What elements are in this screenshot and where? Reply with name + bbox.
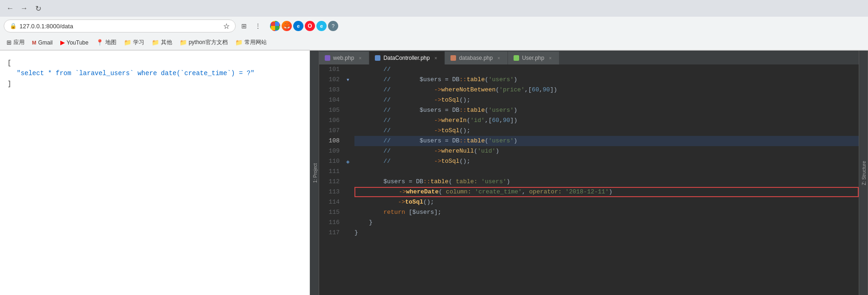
line-101: 101 — [321, 64, 340, 75]
line-103: 103 — [321, 85, 340, 95]
gutter-115 — [343, 207, 353, 218]
line-110: 110 — [321, 156, 340, 167]
ide-structure-panel[interactable]: Z: Structure — [859, 51, 868, 295]
gutter-103 — [343, 85, 353, 95]
chrome-icon[interactable] — [270, 21, 280, 31]
code-line-105: // $users = DB::table('users') — [354, 105, 859, 115]
code-line-103: // ->whereNotBetween('price',[60,90]) — [354, 85, 859, 95]
code-line-104: // ->toSql(); — [354, 95, 859, 105]
address-bar-wrapper[interactable]: 🔒 ☆ — [4, 19, 236, 32]
line-104: 104 — [321, 95, 340, 105]
gutter-104 — [343, 95, 353, 105]
bookmark-gmail[interactable]: M Gmail — [29, 38, 56, 47]
json-open-bracket: [ — [7, 58, 302, 68]
code-line-107: // ->toSql(); — [354, 126, 859, 136]
editor-content: 101 102 103 104 105 106 107 108 109 110 … — [319, 64, 859, 295]
bookmark-maps[interactable]: 📍 地图 — [93, 38, 119, 47]
ide-project-panel[interactable]: 1: Project — [310, 51, 319, 295]
tab-bar: ← → ↻ — [0, 0, 868, 17]
ie-icon[interactable]: e — [316, 21, 327, 31]
ide-tab-web[interactable]: web.php × — [319, 51, 369, 64]
code-line-102: // $users = DB::table('users') — [354, 75, 859, 85]
gutter-116 — [343, 218, 353, 228]
forward-button[interactable]: → — [18, 2, 31, 15]
line-109: 109 — [321, 146, 340, 156]
omnibox-bar: 🔒 ☆ ⊞ ⋮ 🦊 e O e ? — [0, 17, 868, 35]
db-php-icon — [450, 55, 456, 61]
apps-icon: ⊞ — [6, 39, 12, 46]
reload-button[interactable]: ↻ — [32, 2, 45, 15]
code-line-115: return [$users]; — [354, 207, 859, 218]
edge-icon[interactable]: e — [293, 21, 303, 31]
gutter-106 — [343, 115, 353, 126]
json-close-bracket: ] — [7, 79, 302, 89]
gutter-102: ▼ — [343, 75, 353, 85]
gutter-111 — [343, 167, 353, 177]
gutter-110: ◈ — [343, 156, 353, 167]
json-string: "select * from `laravel_users` where dat… — [17, 70, 254, 77]
web-php-close[interactable]: × — [357, 55, 363, 61]
omnibox-right-buttons: ⊞ ⋮ — [238, 19, 264, 32]
lock-icon: 🔒 — [10, 23, 17, 29]
user-php-close[interactable]: × — [547, 55, 553, 61]
browser-action-icons: 🦊 e O e ? — [266, 21, 342, 31]
ide-tab-database[interactable]: database.php × — [445, 51, 508, 64]
extensions-button[interactable]: ⊞ — [238, 19, 251, 32]
gutter-113 — [343, 187, 353, 197]
gutter-112 — [343, 177, 353, 187]
line-numbers: 101 102 103 104 105 106 107 108 109 110 … — [319, 64, 343, 295]
dc-php-close[interactable]: × — [432, 55, 439, 61]
ide-area: 1: Project web.php × DataController.php … — [310, 51, 868, 295]
line-116: 116 — [321, 218, 340, 228]
firefox-icon[interactable]: 🦊 — [282, 21, 292, 31]
opera-icon[interactable]: O — [305, 21, 315, 31]
code-line-113: ->whereDate( column: 'create_time', oper… — [354, 187, 859, 197]
code-line-110: // ->toSql(); — [354, 156, 859, 167]
line-107: 107 — [321, 126, 340, 136]
bookmark-apps[interactable]: ⊞ 应用 — [4, 38, 27, 47]
bookmark-python[interactable]: 📁 python官方文档 — [177, 38, 231, 47]
db-php-close[interactable]: × — [495, 55, 502, 61]
db-php-label: database.php — [459, 55, 493, 61]
python-icon: 📁 — [180, 39, 187, 46]
misc-icon[interactable]: ? — [328, 21, 338, 31]
gutter-109 — [343, 146, 353, 156]
star-icon[interactable]: ☆ — [223, 22, 230, 31]
bookmark-common[interactable]: 📁 常用网站 — [232, 38, 270, 47]
ide-tab-datacontroller[interactable]: DataController.php × — [369, 51, 445, 64]
main-area: [ "select * from `laravel_users` where d… — [0, 51, 868, 295]
code-line-116: } — [354, 218, 859, 228]
browser-chrome: ← → ↻ 🔒 ☆ ⊞ ⋮ 🦊 e O e ? ⊞ 应用 M — [0, 0, 868, 51]
code-line-106: // ->whereIn('id',[60,90]) — [354, 115, 859, 126]
back-button[interactable]: ← — [4, 2, 17, 15]
youtube-icon: ▶ — [60, 39, 65, 46]
code-line-101: // — [354, 64, 859, 75]
line-111: 111 — [321, 167, 340, 177]
user-php-label: User.php — [522, 55, 544, 61]
user-php-icon — [514, 55, 519, 61]
line-112: 112 — [321, 177, 340, 187]
browser-page: [ "select * from `laravel_users` where d… — [0, 51, 310, 295]
code-line-114: ->toSql(); — [354, 197, 859, 207]
bookmark-youtube[interactable]: ▶ YouTube — [58, 38, 91, 47]
gmail-icon: M — [32, 40, 36, 45]
gutter-108 — [343, 136, 353, 146]
line-105: 105 — [321, 105, 340, 115]
maps-icon: 📍 — [96, 39, 103, 46]
line-108: 108 — [321, 136, 340, 146]
bookmark-study[interactable]: 📁 学习 — [121, 38, 147, 47]
web-php-label: web.php — [333, 55, 354, 61]
menu-button[interactable]: ⋮ — [251, 19, 264, 32]
study-icon: 📁 — [124, 39, 131, 46]
line-113: 113 — [321, 187, 340, 197]
line-117: 117 — [321, 228, 340, 238]
project-panel-label[interactable]: 1: Project — [312, 160, 319, 186]
address-input[interactable] — [19, 23, 220, 30]
structure-panel-label[interactable]: Z: Structure — [861, 157, 868, 189]
ide-tab-user[interactable]: User.php × — [508, 51, 559, 64]
code-line-112: $users = DB::table( table: 'users') — [354, 177, 859, 187]
gutter-117 — [343, 228, 353, 238]
gutter-icons: ▼ ◈ — [343, 64, 353, 295]
json-string-line: "select * from `laravel_users` where dat… — [7, 68, 302, 78]
bookmark-other[interactable]: 📁 其他 — [149, 38, 175, 47]
